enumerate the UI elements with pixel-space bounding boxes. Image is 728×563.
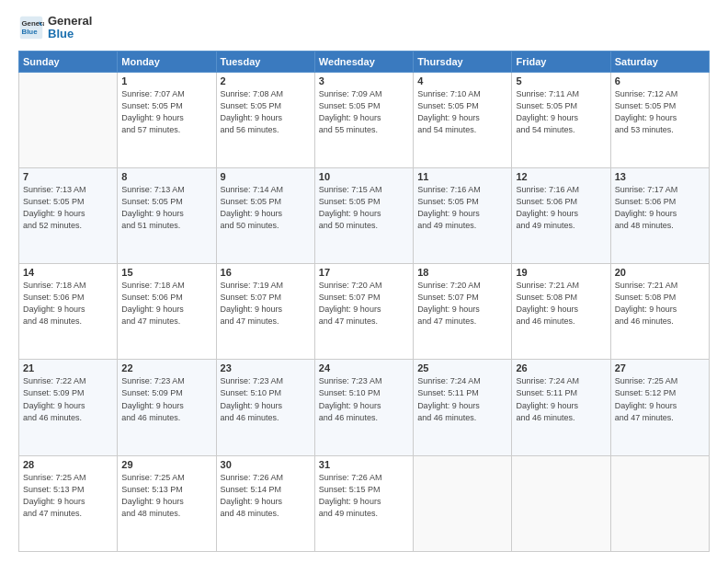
calendar-cell xyxy=(610,455,709,551)
calendar-cell: 16Sunrise: 7:19 AM Sunset: 5:07 PM Dayli… xyxy=(216,264,314,360)
day-number: 10 xyxy=(319,171,409,182)
day-info: Sunrise: 7:14 AM Sunset: 5:05 PM Dayligh… xyxy=(221,184,311,232)
calendar-cell: 3Sunrise: 7:09 AM Sunset: 5:05 PM Daylig… xyxy=(314,72,413,167)
day-number: 30 xyxy=(221,459,311,470)
calendar-cell: 27Sunrise: 7:25 AM Sunset: 5:12 PM Dayli… xyxy=(610,360,709,455)
day-number: 6 xyxy=(615,75,705,86)
day-info: Sunrise: 7:15 AM Sunset: 5:05 PM Dayligh… xyxy=(319,184,409,232)
weekday-header-friday: Friday xyxy=(512,51,610,72)
day-info: Sunrise: 7:17 AM Sunset: 5:06 PM Dayligh… xyxy=(615,184,705,232)
day-info: Sunrise: 7:23 AM Sunset: 5:10 PM Dayligh… xyxy=(221,375,311,423)
day-number: 16 xyxy=(221,267,311,278)
day-number: 25 xyxy=(417,362,507,373)
day-number: 27 xyxy=(615,362,705,373)
calendar-cell: 11Sunrise: 7:16 AM Sunset: 5:05 PM Dayli… xyxy=(414,167,512,263)
weekday-header-wednesday: Wednesday xyxy=(314,51,413,72)
day-number: 20 xyxy=(615,267,705,278)
calendar-cell: 25Sunrise: 7:24 AM Sunset: 5:11 PM Dayli… xyxy=(414,360,512,455)
day-info: Sunrise: 7:07 AM Sunset: 5:05 PM Dayligh… xyxy=(121,88,211,136)
day-number: 19 xyxy=(516,267,606,278)
calendar-cell: 30Sunrise: 7:26 AM Sunset: 5:14 PM Dayli… xyxy=(216,455,314,551)
day-number: 1 xyxy=(121,75,211,86)
calendar-cell xyxy=(512,455,610,551)
calendar-cell: 22Sunrise: 7:23 AM Sunset: 5:09 PM Dayli… xyxy=(118,360,216,455)
weekday-header-sunday: Sunday xyxy=(19,51,118,72)
day-number: 28 xyxy=(23,459,113,470)
day-info: Sunrise: 7:23 AM Sunset: 5:09 PM Dayligh… xyxy=(121,375,211,423)
day-number: 8 xyxy=(121,171,211,182)
day-info: Sunrise: 7:26 AM Sunset: 5:15 PM Dayligh… xyxy=(319,472,409,520)
logo-icon: General Blue xyxy=(18,15,44,40)
day-info: Sunrise: 7:08 AM Sunset: 5:05 PM Dayligh… xyxy=(221,88,311,136)
calendar-cell: 19Sunrise: 7:21 AM Sunset: 5:08 PM Dayli… xyxy=(512,264,610,360)
day-info: Sunrise: 7:18 AM Sunset: 5:06 PM Dayligh… xyxy=(23,280,113,327)
day-info: Sunrise: 7:25 AM Sunset: 5:12 PM Dayligh… xyxy=(615,375,705,423)
day-info: Sunrise: 7:19 AM Sunset: 5:07 PM Dayligh… xyxy=(221,280,311,327)
calendar-cell: 6Sunrise: 7:12 AM Sunset: 5:05 PM Daylig… xyxy=(610,72,709,167)
calendar-cell: 9Sunrise: 7:14 AM Sunset: 5:05 PM Daylig… xyxy=(216,167,314,263)
calendar-cell: 23Sunrise: 7:23 AM Sunset: 5:10 PM Dayli… xyxy=(216,360,314,455)
calendar-week-row: 14Sunrise: 7:18 AM Sunset: 5:06 PM Dayli… xyxy=(19,264,710,360)
day-number: 9 xyxy=(221,171,311,182)
svg-text:Blue: Blue xyxy=(22,28,39,36)
day-info: Sunrise: 7:20 AM Sunset: 5:07 PM Dayligh… xyxy=(319,280,409,327)
calendar-cell: 28Sunrise: 7:25 AM Sunset: 5:13 PM Dayli… xyxy=(19,455,118,551)
day-number: 22 xyxy=(121,362,211,373)
day-number: 2 xyxy=(221,75,311,86)
calendar-header-row: SundayMondayTuesdayWednesdayThursdayFrid… xyxy=(19,51,710,72)
day-info: Sunrise: 7:10 AM Sunset: 5:05 PM Dayligh… xyxy=(417,88,507,136)
calendar-cell: 7Sunrise: 7:13 AM Sunset: 5:05 PM Daylig… xyxy=(19,167,118,263)
logo-blue: Blue xyxy=(48,28,92,40)
day-number: 29 xyxy=(121,459,211,470)
calendar-cell: 29Sunrise: 7:25 AM Sunset: 5:13 PM Dayli… xyxy=(118,455,216,551)
day-info: Sunrise: 7:13 AM Sunset: 5:05 PM Dayligh… xyxy=(121,184,211,232)
logo: General Blue General Blue xyxy=(18,15,92,41)
calendar-cell: 5Sunrise: 7:11 AM Sunset: 5:05 PM Daylig… xyxy=(512,72,610,167)
day-info: Sunrise: 7:23 AM Sunset: 5:10 PM Dayligh… xyxy=(319,375,409,423)
calendar-cell: 31Sunrise: 7:26 AM Sunset: 5:15 PM Dayli… xyxy=(314,455,413,551)
day-info: Sunrise: 7:21 AM Sunset: 5:08 PM Dayligh… xyxy=(516,280,606,327)
calendar-cell: 12Sunrise: 7:16 AM Sunset: 5:06 PM Dayli… xyxy=(512,167,610,263)
weekday-header-monday: Monday xyxy=(118,51,216,72)
day-info: Sunrise: 7:18 AM Sunset: 5:06 PM Dayligh… xyxy=(121,280,211,327)
weekday-header-thursday: Thursday xyxy=(414,51,512,72)
day-number: 21 xyxy=(23,362,113,373)
day-info: Sunrise: 7:13 AM Sunset: 5:05 PM Dayligh… xyxy=(23,184,113,232)
day-number: 15 xyxy=(121,267,211,278)
day-info: Sunrise: 7:24 AM Sunset: 5:11 PM Dayligh… xyxy=(417,375,507,423)
calendar-cell: 21Sunrise: 7:22 AM Sunset: 5:09 PM Dayli… xyxy=(19,360,118,455)
calendar-cell: 10Sunrise: 7:15 AM Sunset: 5:05 PM Dayli… xyxy=(314,167,413,263)
day-info: Sunrise: 7:25 AM Sunset: 5:13 PM Dayligh… xyxy=(23,472,113,520)
day-number: 12 xyxy=(516,171,606,182)
calendar-table: SundayMondayTuesdayWednesdayThursdayFrid… xyxy=(18,51,710,552)
calendar-cell: 1Sunrise: 7:07 AM Sunset: 5:05 PM Daylig… xyxy=(118,72,216,167)
day-number: 18 xyxy=(417,267,507,278)
day-info: Sunrise: 7:21 AM Sunset: 5:08 PM Dayligh… xyxy=(615,280,705,327)
calendar-cell: 8Sunrise: 7:13 AM Sunset: 5:05 PM Daylig… xyxy=(118,167,216,263)
calendar-week-row: 21Sunrise: 7:22 AM Sunset: 5:09 PM Dayli… xyxy=(19,360,710,455)
calendar-week-row: 7Sunrise: 7:13 AM Sunset: 5:05 PM Daylig… xyxy=(19,167,710,263)
calendar-cell: 14Sunrise: 7:18 AM Sunset: 5:06 PM Dayli… xyxy=(19,264,118,360)
day-info: Sunrise: 7:16 AM Sunset: 5:05 PM Dayligh… xyxy=(417,184,507,232)
day-info: Sunrise: 7:12 AM Sunset: 5:05 PM Dayligh… xyxy=(615,88,705,136)
calendar-week-row: 28Sunrise: 7:25 AM Sunset: 5:13 PM Dayli… xyxy=(19,455,710,551)
weekday-header-saturday: Saturday xyxy=(610,51,709,72)
calendar-cell: 18Sunrise: 7:20 AM Sunset: 5:07 PM Dayli… xyxy=(414,264,512,360)
day-number: 7 xyxy=(23,171,113,182)
day-info: Sunrise: 7:16 AM Sunset: 5:06 PM Dayligh… xyxy=(516,184,606,232)
day-number: 5 xyxy=(516,75,606,86)
day-number: 31 xyxy=(319,459,409,470)
calendar-cell: 20Sunrise: 7:21 AM Sunset: 5:08 PM Dayli… xyxy=(610,264,709,360)
day-info: Sunrise: 7:26 AM Sunset: 5:14 PM Dayligh… xyxy=(221,472,311,520)
day-number: 14 xyxy=(23,267,113,278)
day-info: Sunrise: 7:20 AM Sunset: 5:07 PM Dayligh… xyxy=(417,280,507,327)
header: General Blue General Blue xyxy=(18,15,710,41)
day-info: Sunrise: 7:11 AM Sunset: 5:05 PM Dayligh… xyxy=(516,88,606,136)
calendar-cell xyxy=(19,72,118,167)
page: General Blue General Blue SundayMondayTu… xyxy=(0,0,728,563)
day-info: Sunrise: 7:09 AM Sunset: 5:05 PM Dayligh… xyxy=(319,88,409,136)
day-number: 26 xyxy=(516,362,606,373)
calendar-cell: 15Sunrise: 7:18 AM Sunset: 5:06 PM Dayli… xyxy=(118,264,216,360)
calendar-cell: 13Sunrise: 7:17 AM Sunset: 5:06 PM Dayli… xyxy=(610,167,709,263)
calendar-cell: 2Sunrise: 7:08 AM Sunset: 5:05 PM Daylig… xyxy=(216,72,314,167)
